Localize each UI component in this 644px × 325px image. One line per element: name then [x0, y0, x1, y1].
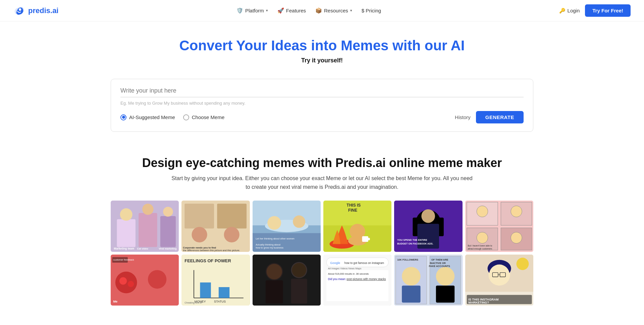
svg-point-91 [402, 267, 420, 285]
resources-chevron: ▾ [350, 8, 352, 13]
logo[interactable]: predis.ai [13, 5, 58, 17]
svg-text:Actually thinking about: Actually thinking about [256, 243, 280, 246]
svg-text:Me: Me [113, 300, 117, 303]
svg-rect-34 [368, 238, 370, 240]
svg-text:About 519,000 results in .36 s: About 519,000 results in .36 seconds [328, 272, 369, 275]
svg-point-15 [192, 227, 207, 242]
logo-text: predis.ai [28, 6, 58, 15]
svg-point-16 [224, 227, 239, 242]
svg-rect-68 [219, 287, 229, 298]
resources-icon: 📦 [315, 7, 322, 14]
svg-rect-5 [160, 216, 176, 247]
svg-text:how to got famous on instagram: how to got famous on instagram [344, 261, 384, 264]
meme-item[interactable]: Marketing team Cat video Viral marketing [111, 201, 179, 252]
meme-grid: Marketing team Cat video Viral marketing… [111, 201, 533, 306]
svg-text:But I haven't been able to: But I haven't been able to [468, 245, 492, 247]
svg-text:YOU SPEND THE ENTIRE: YOU SPEND THE ENTIRE [397, 238, 427, 241]
svg-text:the differences between this p: the differences between this picture and… [183, 249, 240, 252]
svg-rect-72 [253, 255, 321, 306]
svg-rect-92 [402, 285, 420, 303]
login-icon: 🔑 [559, 8, 566, 14]
nav-platform[interactable]: 🛡️ Platform ▾ [236, 7, 268, 14]
svg-rect-13 [185, 204, 214, 228]
meme-item[interactable]: YOU SPEND THE ENTIRE BUDGET ON FACEBOOK … [394, 201, 462, 252]
meme-item[interactable]: Let her thinking about other women Actua… [253, 201, 321, 252]
nav-links: 🛡️ Platform ▾ 🚀 Features 📦 Resources ▾ $… [236, 7, 381, 14]
svg-point-6 [120, 208, 132, 221]
meme-item[interactable] [253, 255, 321, 306]
meme-item[interactable]: 10K FOLLOWERS OF THEM ARE INACTIVE OR FA… [394, 255, 462, 306]
navbar: predis.ai 🛡️ Platform ▾ 🚀 Features 📦 Res… [0, 0, 644, 21]
svg-text:Marketing team: Marketing team [114, 247, 134, 250]
svg-rect-67 [200, 282, 211, 298]
svg-text:INACTIVE OR: INACTIVE OR [430, 261, 446, 264]
svg-text:BUDGET ON FACEBOOK ADS.: BUDGET ON FACEBOOK ADS. [397, 242, 434, 245]
svg-point-40 [422, 209, 435, 223]
svg-point-59 [148, 270, 166, 288]
svg-rect-14 [217, 204, 247, 228]
radio-ai-suggested[interactable]: AI-Suggested Meme [120, 114, 175, 120]
svg-point-52 [511, 232, 522, 243]
nav-actions: 🔑 Login Try For Free! [559, 4, 631, 17]
meme-item[interactable]: Google how to got famous on instagram Ab… [323, 255, 391, 306]
radio-choose-meme[interactable]: Choose Meme [183, 114, 225, 120]
svg-text:Did you mean:: Did you mean: [328, 277, 346, 280]
svg-text:10K FOLLOWERS: 10K FOLLOWERS [397, 258, 419, 261]
meme-item[interactable]: But I haven't been able to attract enoug… [465, 201, 533, 252]
section-description: Start by giving your input idea. Either … [171, 174, 473, 191]
meme-item[interactable]: Corporate needs you to find the differen… [181, 201, 250, 252]
svg-point-50 [511, 206, 522, 217]
meme-item[interactable]: FEELINGS OF POWER MONEY STATUS Cheating … [181, 255, 250, 306]
svg-text:STATUS: STATUS [214, 300, 226, 303]
svg-point-77 [266, 264, 282, 279]
meme-item[interactable]: THIS IS FINE [323, 201, 391, 252]
svg-text:FINE: FINE [348, 208, 357, 213]
try-free-button[interactable]: Try For Free! [585, 4, 631, 17]
svg-text:Google: Google [330, 261, 340, 264]
svg-point-49 [477, 206, 488, 217]
history-link[interactable]: History [455, 114, 471, 120]
svg-text:post pictures with money stack: post pictures with money stacks [346, 277, 386, 280]
nav-resources[interactable]: 📦 Resources ▾ [315, 7, 352, 14]
radio-group: AI-Suggested Meme Choose Meme [120, 114, 224, 120]
svg-text:customer feedback: customer feedback [113, 258, 134, 261]
right-controls: History GENERATE [455, 111, 524, 123]
login-button[interactable]: 🔑 Login [559, 8, 580, 14]
svg-text:Cat video: Cat video [137, 247, 149, 250]
hero-section: Convert Your Ideas into Memes with our A… [0, 21, 644, 71]
svg-point-93 [436, 267, 454, 285]
svg-text:how to grow my business: how to grow my business [256, 246, 283, 249]
meme-item[interactable]: IS THIS INSTAGRAM MARKETING? [465, 255, 533, 306]
svg-text:Let her thinking about other w: Let her thinking about other women [256, 237, 294, 240]
svg-rect-76 [291, 279, 307, 304]
svg-rect-4 [139, 213, 157, 247]
svg-rect-94 [436, 285, 454, 303]
svg-point-78 [292, 263, 306, 277]
nav-features[interactable]: 🚀 Features [277, 7, 306, 14]
svg-text:FEELINGS OF POWER: FEELINGS OF POWER [185, 258, 231, 263]
platform-icon: 🛡️ [236, 7, 243, 14]
svg-point-8 [163, 207, 173, 217]
section-title: Design eye-catching memes with Predis.ai… [13, 156, 631, 170]
svg-point-58 [128, 281, 134, 287]
meme-grid-wrapper: Marketing team Cat video Viral marketing… [111, 201, 533, 306]
svg-rect-3 [117, 219, 135, 247]
svg-text:Viral marketing: Viral marketing [159, 247, 177, 250]
svg-text:THIS IS: THIS IS [346, 203, 361, 208]
meme-input[interactable] [120, 87, 524, 97]
svg-point-22 [267, 216, 281, 230]
svg-text:Cheating font in: Cheating font in [185, 301, 202, 304]
svg-point-107 [516, 258, 529, 270]
svg-text:MARKETING?: MARKETING? [468, 301, 489, 304]
svg-point-7 [142, 204, 153, 215]
svg-text:All  Images  Videos  News  Map: All Images Videos News Maps [328, 267, 362, 270]
svg-text:FAKE ACCOUNTS: FAKE ACCOUNTS [429, 265, 450, 268]
meme-item[interactable]: Me customer feedback [111, 255, 179, 306]
svg-rect-33 [362, 236, 368, 242]
generate-button[interactable]: GENERATE [476, 111, 524, 123]
input-controls: AI-Suggested Meme Choose Meme History GE… [120, 111, 524, 123]
radio-ai-icon [120, 114, 126, 120]
platform-chevron: ▾ [266, 8, 268, 13]
svg-rect-74 [265, 280, 283, 303]
nav-pricing[interactable]: $ Pricing [362, 8, 381, 13]
